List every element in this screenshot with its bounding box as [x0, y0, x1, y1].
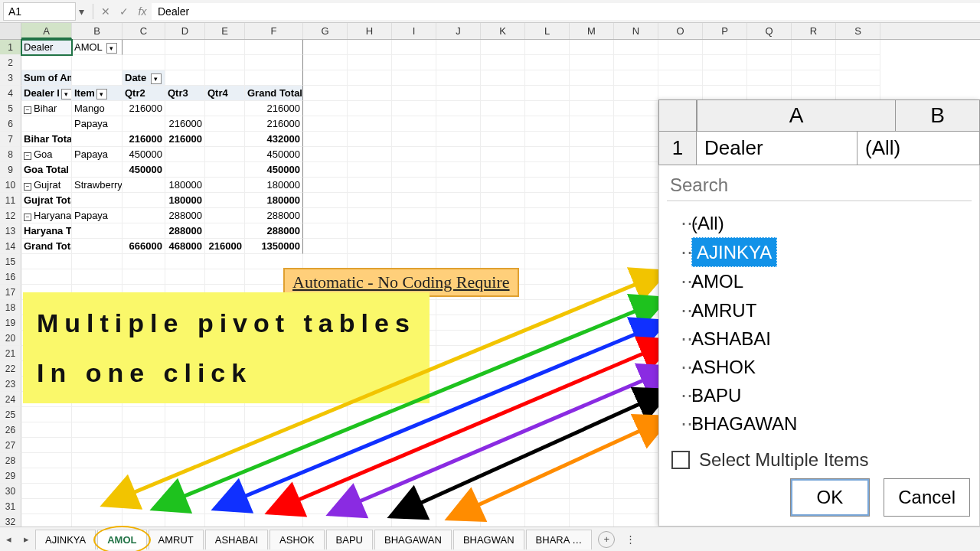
cell-L23[interactable] [525, 377, 570, 392]
cell-G13[interactable] [303, 223, 348, 239]
cell-A4[interactable]: Dealer l▾ [21, 86, 72, 101]
cell-D6[interactable]: 216000 [165, 116, 205, 132]
cell-G28[interactable] [303, 453, 348, 468]
cell-N19[interactable] [614, 315, 658, 331]
row-header-6[interactable]: 6 [0, 116, 21, 132]
cell-E3[interactable] [205, 70, 245, 86]
cell-G14[interactable] [303, 239, 348, 254]
cell-K25[interactable] [481, 407, 525, 422]
cell-G4[interactable] [303, 86, 348, 101]
cell-K26[interactable] [481, 422, 525, 438]
cell-M25[interactable] [570, 407, 614, 422]
cell-H27[interactable] [348, 438, 392, 453]
cell-L14[interactable] [525, 239, 570, 254]
col-header-G[interactable]: G [303, 23, 348, 39]
fp-row-1[interactable]: 1 [658, 132, 697, 165]
cell-L25[interactable] [525, 407, 570, 422]
cell-C25[interactable] [122, 407, 165, 422]
filter-item-ashok[interactable]: ⋯ASHOK [681, 353, 972, 381]
cell-L11[interactable] [525, 193, 570, 208]
cell-E25[interactable] [205, 407, 245, 422]
cell-L24[interactable] [525, 392, 570, 407]
cell-G27[interactable] [303, 438, 348, 453]
sheet-tab-amrut[interactable]: AMRUT [149, 530, 204, 549]
cell-E29[interactable] [205, 468, 245, 484]
cell-J22[interactable] [436, 361, 481, 377]
cell-M8[interactable] [570, 147, 614, 162]
col-header-C[interactable]: C [122, 23, 165, 39]
cell-A28[interactable] [21, 453, 72, 468]
cell-D29[interactable] [165, 468, 205, 484]
cell-N28[interactable] [614, 453, 658, 468]
dealer-filter-icon[interactable]: ▾ [61, 89, 72, 99]
cell-B7[interactable] [72, 132, 122, 147]
cell-B6[interactable]: Papaya [72, 116, 122, 132]
cell-L5[interactable] [525, 101, 570, 116]
cell-I2[interactable] [392, 55, 436, 70]
cell-I11[interactable] [392, 193, 436, 208]
cell-H31[interactable] [348, 499, 392, 514]
col-header-N[interactable]: N [614, 23, 658, 39]
cell-A3[interactable]: Sum of Am [21, 70, 72, 86]
cell-F4[interactable]: Grand Total [245, 86, 303, 101]
cell-L30[interactable] [525, 484, 570, 499]
cell-M6[interactable] [570, 116, 614, 132]
cell-M2[interactable] [570, 55, 614, 70]
cell-N20[interactable] [614, 331, 658, 346]
cell-A9[interactable]: Goa Total [21, 162, 72, 178]
cell-M22[interactable] [570, 361, 614, 377]
cell-B26[interactable] [72, 422, 122, 438]
cell-H29[interactable] [348, 468, 392, 484]
cell-A6[interactable] [21, 116, 72, 132]
cell-N27[interactable] [614, 438, 658, 453]
cell-I14[interactable] [392, 239, 436, 254]
cell-C31[interactable] [122, 499, 165, 514]
cell-N1[interactable] [614, 40, 658, 55]
cell-L6[interactable] [525, 116, 570, 132]
row-header-22[interactable]: 22 [0, 361, 21, 377]
accept-formula-icon[interactable]: ✓ [115, 5, 133, 18]
col-header-K[interactable]: K [481, 23, 525, 39]
row-header-30[interactable]: 30 [0, 484, 21, 499]
cell-J15[interactable] [436, 254, 481, 269]
cell-I8[interactable] [392, 147, 436, 162]
cell-M21[interactable] [570, 346, 614, 361]
fp-col-B[interactable]: B [896, 99, 980, 132]
cell-F15[interactable] [245, 254, 303, 269]
filter-item-all[interactable]: ⋯(All) [681, 209, 972, 237]
cell-I6[interactable] [392, 116, 436, 132]
cell-A26[interactable] [21, 422, 72, 438]
cell-G31[interactable] [303, 499, 348, 514]
cell-A14[interactable]: Grand Total [21, 239, 72, 254]
cell-J20[interactable] [436, 331, 481, 346]
cell-F14[interactable]: 1350000 [245, 239, 303, 254]
cell-D14[interactable]: 468000 [165, 239, 205, 254]
cell-Q2[interactable] [747, 55, 792, 70]
cell-A16[interactable] [21, 269, 72, 285]
cell-C7[interactable]: 216000 [122, 132, 165, 147]
cell-I27[interactable] [392, 438, 436, 453]
cell-N17[interactable] [614, 285, 658, 300]
cell-A7[interactable]: Bihar Total [21, 132, 72, 147]
cell-F8[interactable]: 450000 [245, 147, 303, 162]
cell-J30[interactable] [436, 484, 481, 499]
cell-D11[interactable]: 180000 [165, 193, 205, 208]
cell-N22[interactable] [614, 361, 658, 377]
cell-D15[interactable] [165, 254, 205, 269]
sheet-tab-bapu[interactable]: BAPU [326, 530, 373, 549]
col-header-A[interactable]: A [21, 23, 72, 39]
cell-M27[interactable] [570, 438, 614, 453]
cell-C10[interactable] [122, 178, 165, 193]
cell-K19[interactable] [481, 315, 525, 331]
cell-M19[interactable] [570, 315, 614, 331]
row-header-31[interactable]: 31 [0, 499, 21, 514]
cell-H30[interactable] [348, 484, 392, 499]
cell-H25[interactable] [348, 407, 392, 422]
fp-col-A[interactable]: A [697, 99, 896, 132]
filter-search-input[interactable] [667, 170, 972, 201]
cell-M12[interactable] [570, 208, 614, 223]
cell-I3[interactable] [392, 70, 436, 86]
cell-K10[interactable] [481, 178, 525, 193]
cell-H12[interactable] [348, 208, 392, 223]
cell-G1[interactable] [303, 40, 348, 55]
